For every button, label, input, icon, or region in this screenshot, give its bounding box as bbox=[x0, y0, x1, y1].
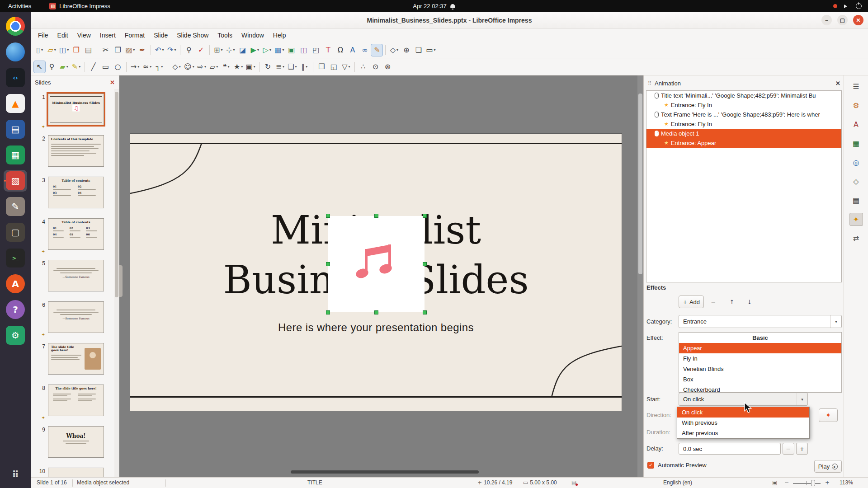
canvas-vertical-scrollbar[interactable] bbox=[637, 75, 643, 477]
sidebar-tab-navigator[interactable]: ◎ bbox=[849, 156, 863, 169]
menu-tools[interactable]: Tools bbox=[213, 30, 237, 41]
curves-and-polygons-button[interactable]: ≈▾ bbox=[141, 61, 153, 73]
dock-libreoffice-calc[interactable]: ▦ bbox=[4, 144, 27, 166]
copy-button[interactable]: ❐ bbox=[112, 44, 124, 56]
start-dropdown[interactable]: On click ▾ bbox=[679, 393, 808, 406]
line-color-button[interactable]: ✎▾ bbox=[70, 61, 82, 73]
sidebar-tab-styles[interactable]: A bbox=[849, 118, 863, 131]
dock-vscode[interactable]: ‹› bbox=[4, 67, 27, 89]
effect-option-checkerboard[interactable]: Checkerboard bbox=[679, 385, 841, 393]
canvas-vertical-scrollbar-thumb[interactable] bbox=[638, 94, 642, 274]
slide-thumbnail-9[interactable]: Whoa! bbox=[48, 426, 104, 458]
insert-chart-button[interactable]: ◪ bbox=[236, 44, 249, 56]
shadow-button[interactable]: ❒ bbox=[316, 61, 328, 73]
dropdown-caret-icon[interactable]: ▾ bbox=[295, 65, 297, 69]
effect-option-fly-in[interactable]: Fly In bbox=[679, 353, 841, 364]
dock-app-grid[interactable]: ⠿ bbox=[4, 464, 27, 485]
new-slide-button[interactable]: ⊕ bbox=[400, 44, 412, 56]
remove-effect-button[interactable]: − bbox=[707, 296, 720, 308]
find-replace-button[interactable]: ⚲ bbox=[183, 44, 195, 56]
slide-thumbnail-1[interactable]: Minimalist Business Slides♫ bbox=[48, 94, 104, 125]
selection-handle-w[interactable] bbox=[326, 262, 330, 266]
dropdown-caret-icon[interactable]: ▾ bbox=[396, 48, 398, 52]
selection-handle-se[interactable] bbox=[423, 310, 427, 314]
start-option-with-previous[interactable]: With previous bbox=[677, 418, 809, 428]
play-button[interactable]: Play ▶ bbox=[814, 460, 842, 473]
sidebar-tab-sidebar-menu[interactable]: ☰ bbox=[849, 80, 863, 93]
selected-media-object[interactable] bbox=[328, 216, 425, 312]
dropdown-caret-icon[interactable]: ▾ bbox=[216, 65, 218, 69]
slide-thumbnail-2[interactable]: Contents of this template bbox=[48, 135, 104, 167]
star-shapes-button[interactable]: ★▾ bbox=[232, 61, 245, 73]
insert-hyperlink-button[interactable]: ∞ bbox=[359, 44, 371, 56]
zoom-pan-button[interactable]: ⚲ bbox=[46, 61, 58, 73]
export-pdf-button[interactable]: ❒ bbox=[70, 44, 82, 56]
dropdown-caret-icon[interactable]: ▾ bbox=[221, 48, 222, 52]
dropdown-caret-icon[interactable]: ▾ bbox=[67, 48, 69, 52]
print-button[interactable]: ▤ bbox=[82, 44, 94, 56]
delay-input[interactable]: 0.0 sec bbox=[679, 443, 781, 455]
select-tool-button[interactable]: ↖ bbox=[33, 61, 46, 73]
insert-special-character-button[interactable]: Ω bbox=[334, 44, 346, 56]
zoom-out-button[interactable]: − bbox=[784, 479, 789, 486]
paste-button[interactable]: ▨▾ bbox=[124, 44, 136, 56]
focused-app-indicator[interactable]: ▧ LibreOffice Impress bbox=[49, 3, 110, 9]
menu-edit[interactable]: Edit bbox=[53, 30, 73, 41]
save-button[interactable]: ◫▾ bbox=[58, 44, 70, 56]
insert-shape-button[interactable]: ◇▾ bbox=[388, 44, 400, 56]
insert-table-button[interactable]: ▦▾ bbox=[273, 44, 285, 56]
animation-item[interactable]: Title text 'Minimali...' 'Google Shape;4… bbox=[646, 91, 841, 100]
dock-ubuntu-software[interactable]: A bbox=[4, 273, 27, 295]
ellipse-button[interactable]: ○ bbox=[112, 61, 124, 73]
dock-chrome[interactable] bbox=[4, 15, 27, 37]
menu-slide-show[interactable]: Slide Show bbox=[172, 30, 213, 41]
dropdown-caret-icon[interactable]: ▾ bbox=[283, 65, 284, 69]
insert-image-button[interactable]: ▣ bbox=[285, 44, 297, 56]
animation-item[interactable]: ★Entrance: Fly In bbox=[646, 100, 841, 110]
dropdown-caret-icon[interactable]: ▾ bbox=[174, 48, 176, 52]
effect-options-button[interactable]: ✦ bbox=[819, 408, 838, 422]
dock-libreoffice-impress[interactable]: ▧ bbox=[4, 170, 27, 192]
insert-text-box-button[interactable]: T bbox=[322, 44, 334, 56]
toggle-extrusion-button[interactable]: ⊛ bbox=[382, 61, 394, 73]
filter-button[interactable]: ▽▾ bbox=[340, 61, 352, 73]
menu-slide[interactable]: Slide bbox=[149, 30, 172, 41]
slide-thumbnail-4[interactable]: Table of contents010203040506 bbox=[48, 218, 104, 250]
insert-ole-object-button[interactable]: ◰ bbox=[310, 44, 322, 56]
start-from-current-slide-button[interactable]: ▷▾ bbox=[261, 44, 273, 56]
document-modified-status[interactable]: ▤ bbox=[571, 479, 578, 486]
sidebar-tab-shapes[interactable]: ◇ bbox=[849, 175, 863, 188]
start-dropdown-menu[interactable]: On clickWith previousAfter previous bbox=[677, 407, 810, 439]
slides-scrollbar-thumb[interactable] bbox=[115, 92, 118, 297]
zoom-in-button[interactable]: + bbox=[825, 479, 830, 486]
dropdown-caret-icon[interactable]: ▾ bbox=[137, 65, 139, 69]
dropdown-caret-icon[interactable]: ▾ bbox=[66, 65, 68, 69]
dock-vlc[interactable]: ▲ bbox=[4, 93, 27, 114]
dock-settings[interactable]: ⚙ bbox=[4, 324, 27, 346]
fit-slide-icon[interactable]: ▣ bbox=[772, 479, 777, 486]
lines-and-arrows-button[interactable]: →▾ bbox=[129, 61, 141, 73]
dropdown-caret-icon[interactable]: ▾ bbox=[233, 48, 235, 52]
dropdown-caret-icon[interactable]: ▾ bbox=[228, 65, 230, 69]
canvas-horizontal-scrollbar[interactable] bbox=[291, 470, 479, 474]
minimize-button[interactable]: – bbox=[821, 15, 832, 25]
move-effect-down-button[interactable]: ↓ bbox=[743, 296, 756, 308]
animation-item[interactable]: Text Frame 'Here is ...' 'Google Shape;4… bbox=[646, 110, 841, 119]
activities-button[interactable]: Activities bbox=[0, 0, 39, 12]
animation-item[interactable]: Media object 1 bbox=[646, 129, 841, 138]
sidebar-tab-animation[interactable]: ✦ bbox=[849, 213, 863, 226]
menu-file[interactable]: File bbox=[33, 30, 53, 41]
new-document-button[interactable]: ▯▾ bbox=[33, 44, 46, 56]
zoom-slider-track[interactable] bbox=[793, 483, 821, 484]
titlebar[interactable]: Minimalist_Business_Slides.pptx - LibreO… bbox=[31, 12, 868, 28]
dropdown-caret-icon[interactable]: ▾ bbox=[204, 65, 206, 69]
current-slide[interactable]: Minimalist Business Slides Here is where… bbox=[130, 134, 622, 411]
display-guides-button[interactable]: ⊹▾ bbox=[224, 44, 236, 56]
automatic-preview-checkbox[interactable]: ✓ bbox=[647, 462, 654, 469]
dropdown-caret-icon[interactable]: ▾ bbox=[161, 65, 163, 69]
sidebar-tab-master-slides[interactable]: ▤ bbox=[849, 194, 863, 207]
sidebar-tab-properties[interactable]: ⚙ bbox=[849, 99, 863, 112]
dropdown-caret-icon[interactable]: ▾ bbox=[162, 48, 164, 52]
arrange-button[interactable]: ❏▾ bbox=[286, 61, 298, 73]
dropdown-caret-icon[interactable]: ▾ bbox=[150, 65, 151, 69]
